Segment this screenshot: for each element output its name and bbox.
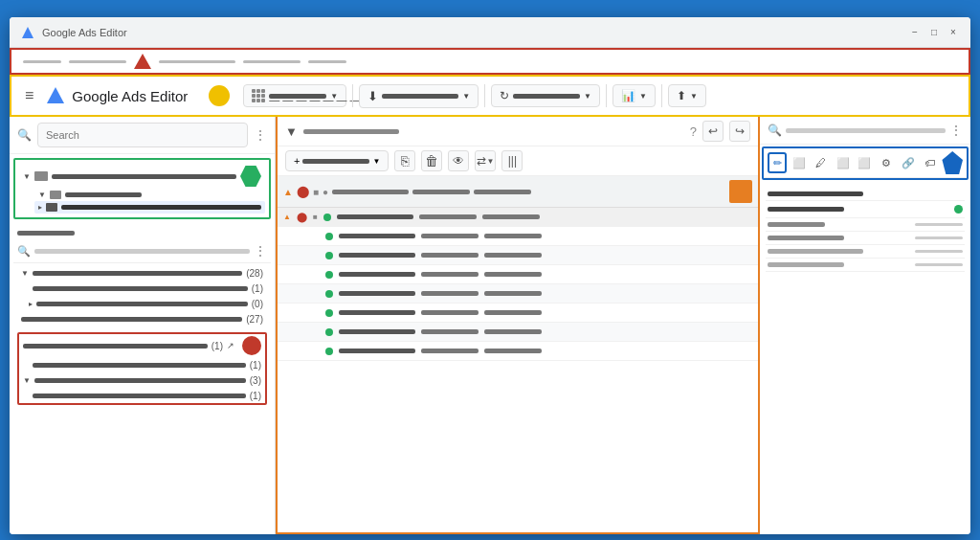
table-row[interactable] (278, 284, 758, 304)
right-row-5 (766, 259, 965, 272)
red-item-3[interactable]: (1) (19, 388, 265, 403)
table-row[interactable] (278, 342, 758, 361)
download-button[interactable]: ⬇ ▼ (359, 84, 479, 108)
red-count-2: (3) (250, 375, 261, 386)
columns-button[interactable]: ||| (501, 150, 523, 171)
tree-item-1[interactable]: (1) (17, 281, 267, 296)
tree-item-0[interactable]: ▼ (28) (17, 265, 267, 281)
tree-label-3 (21, 317, 242, 322)
row-active-dot (325, 309, 333, 317)
table-row[interactable] (278, 246, 758, 265)
edit-tool-button[interactable]: ✏ (768, 152, 787, 173)
table-row[interactable] (278, 304, 758, 323)
row-col2 (421, 253, 479, 258)
sub-account-item[interactable]: ▼ (34, 189, 265, 201)
red-count-1: (1) (250, 360, 261, 371)
row-col3 (482, 214, 540, 219)
link-tool-button[interactable]: 🔗 (899, 152, 918, 173)
right-search-area: 🔍 ⋮ (760, 117, 970, 145)
table-row[interactable] (278, 265, 758, 284)
left-search-input[interactable] (37, 123, 248, 147)
table-header-row: ▲ ⬤ ■ ● (278, 176, 758, 208)
delete-button[interactable]: 🗑 (421, 150, 442, 171)
minimize-button[interactable]: − (909, 27, 921, 38)
tree-label-0 (33, 271, 242, 276)
help-icon[interactable]: ? (690, 124, 697, 139)
table-row[interactable] (278, 323, 758, 342)
right-content-area (760, 182, 970, 534)
add-button[interactable]: + ▼ (285, 150, 389, 171)
publish-chevron: ▼ (690, 92, 698, 101)
hamburger-button[interactable]: ≡ (19, 83, 39, 108)
search2-icon: 🔍 (17, 245, 31, 258)
row-col1 (339, 291, 415, 296)
tag-tool-button[interactable]: 🏷 (921, 152, 940, 173)
add-chevron-icon: ▼ (372, 157, 380, 166)
tree-count-2: (0) (252, 299, 263, 309)
selected-label (61, 205, 261, 210)
box-tool-button[interactable]: ⬜ (855, 152, 874, 173)
red-item-1[interactable]: (1) (19, 357, 265, 372)
view-tool-button[interactable]: ⬜ (790, 152, 809, 173)
table-row[interactable]: ▲ ⬤ ■ (278, 208, 758, 227)
filter-icon[interactable]: ▼ (285, 124, 298, 139)
row-col1 (339, 310, 415, 315)
redo-button[interactable]: ↪ (729, 121, 750, 142)
tree-item-3[interactable]: (27) (17, 311, 267, 326)
close-button[interactable]: × (947, 27, 959, 38)
row-col1 (339, 253, 415, 258)
red-item-2[interactable]: ▼ (3) (19, 372, 265, 388)
right-value-5 (915, 263, 963, 266)
transform-button[interactable]: ⇄ ▼ (475, 150, 496, 171)
stats-icon: 📊 (621, 89, 635, 102)
sync-button[interactable]: ↻ ▼ (491, 84, 600, 107)
accounts-tree-parent[interactable]: ▼ (19, 164, 265, 189)
row-col3 (484, 253, 542, 258)
th-status-icon: ■ (313, 187, 319, 197)
settings-tool-button[interactable]: ⚙ (877, 152, 896, 173)
svg-marker-1 (47, 87, 64, 103)
filter-bar: ▼ ? ↩ ↪ (278, 117, 758, 146)
selected-campaign-item[interactable]: ▸ (34, 201, 265, 214)
row-active-dot (325, 233, 333, 240)
row-active-dot (325, 252, 333, 259)
tree-count-0: (28) (246, 268, 263, 279)
row-col2 (419, 214, 477, 219)
row-active-dot (325, 328, 333, 336)
row-col3 (484, 329, 542, 334)
tree-item-2[interactable]: ▸ (0) (17, 296, 267, 311)
th-active-icon: ● (323, 187, 328, 197)
window-controls: − □ × (909, 27, 959, 38)
maximize-button[interactable]: □ (928, 27, 940, 38)
row-col1 (339, 329, 415, 334)
more-options-icon[interactable]: ⋮ (254, 127, 267, 143)
right-value-3 (915, 236, 963, 239)
tree-count-3: (27) (246, 314, 263, 325)
hamburger-icon: ≡ (25, 87, 33, 104)
right-more-icon[interactable]: ⋮ (949, 123, 963, 138)
search2-more-icon[interactable]: ⋮ (254, 243, 267, 259)
copy-button[interactable]: ⎘ (394, 150, 415, 171)
undo-button[interactable]: ↩ (702, 121, 724, 142)
campaigns-button[interactable]: — — — — — — — ▼ (243, 84, 346, 107)
right-label-4 (768, 249, 863, 254)
search2-placeholder (34, 249, 250, 254)
row-col1 (339, 272, 415, 277)
frame-tool-button[interactable]: ⬜ (834, 152, 853, 173)
draw-tool-button[interactable]: 🖊 (812, 152, 831, 173)
preview-button[interactable]: 👁 (448, 150, 469, 171)
right-value-4 (915, 250, 963, 253)
row-col1 (337, 214, 413, 219)
red-item-0[interactable]: (1) ↗ (19, 334, 265, 357)
notif-line-3 (159, 60, 235, 63)
accounts-label (52, 174, 236, 179)
titlebar: Google Ads Editor − □ × (10, 17, 970, 48)
accounts-subtree: ▼ ▸ (19, 189, 265, 214)
row-active-dot (323, 214, 331, 221)
publish-button[interactable]: ⬆ ▼ (668, 84, 706, 107)
add-label (302, 159, 369, 164)
stats-button[interactable]: 📊 ▼ (612, 84, 656, 107)
table-row[interactable] (278, 227, 758, 246)
profile-avatar[interactable] (209, 85, 230, 106)
right-label-5 (768, 262, 844, 267)
